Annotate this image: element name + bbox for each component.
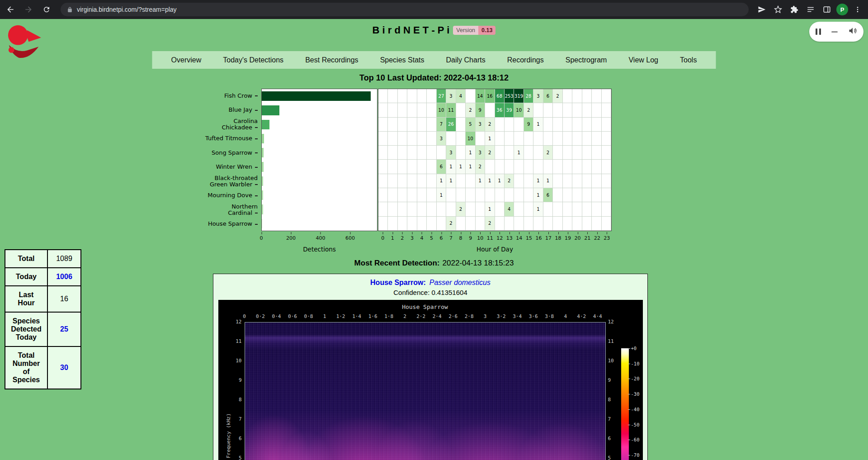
stats-value: 16 — [47, 286, 81, 312]
heatmap-cell — [602, 174, 611, 188]
heatmap-cell — [427, 160, 436, 174]
version-value: 0.13 — [478, 26, 495, 35]
spectrogram-xtick: 2·6 — [448, 313, 458, 319]
heatmap-cell — [407, 103, 417, 117]
heatmap-cell — [446, 132, 456, 146]
heatmap-cell — [582, 174, 592, 188]
nav-item-best-recordings[interactable]: Best Recordings — [302, 56, 361, 64]
heatmap-cell — [524, 160, 533, 174]
heatmap-cell: 11 — [446, 103, 456, 117]
extensions-button[interactable] — [788, 3, 801, 16]
nav-item-daily-charts[interactable]: Daily Charts — [443, 56, 488, 64]
forward-button[interactable] — [21, 2, 36, 17]
heatmap-cell — [417, 174, 427, 188]
heatmap-cell — [466, 202, 475, 216]
nav-item-tools[interactable]: Tools — [677, 56, 699, 64]
stats-value[interactable]: 1006 — [47, 268, 81, 286]
heatmap-cell: 9 — [524, 118, 533, 132]
heatmap-cell — [495, 146, 505, 160]
heatmap-cell — [505, 217, 514, 231]
heatmap-cell — [553, 146, 562, 160]
spectrogram-xtick: 2·2 — [416, 313, 425, 319]
species-label: Northern Cardinal — [228, 204, 258, 216]
heatmap-cell: 2 — [476, 160, 485, 174]
stats-label: Total Number of Species — [5, 346, 47, 389]
heatmap-cell — [582, 188, 592, 202]
nav-item-species-stats[interactable]: Species Stats — [377, 56, 427, 64]
stats-value[interactable]: 30 — [47, 346, 81, 389]
detection-count-bar — [262, 91, 371, 101]
recent-detection-label: Most Recent Detection: — [354, 259, 440, 267]
nav-menu: OverviewToday's DetectionsBest Recording… — [152, 51, 716, 69]
species-label-row: Song Sparrow — [136, 146, 258, 160]
heatmap-cell — [553, 103, 562, 117]
heatmap-cell — [378, 202, 388, 216]
stats-value[interactable]: 25 — [47, 312, 81, 346]
nav-item-today-s-detections[interactable]: Today's Detections — [220, 56, 286, 64]
nav-item-spectrogram[interactable]: Spectrogram — [563, 56, 610, 64]
spectrogram-ytick: 7 — [608, 416, 611, 422]
heatmap-cell — [456, 217, 466, 231]
bar-xtick: 600 — [345, 235, 355, 241]
spectrogram-xtick: 4·2 — [577, 313, 586, 319]
heatmap-cell: 1 — [456, 160, 466, 174]
reading-list-button[interactable] — [804, 3, 817, 16]
spectrogram-ytick: 6 — [226, 436, 242, 441]
url-bar[interactable]: virginia.birdnetpi.com/?stream=play — [61, 3, 749, 16]
hour-xtick: 22 — [594, 235, 600, 241]
heatmap-cell — [563, 118, 572, 132]
species-common-link[interactable]: House Sparrow: — [370, 279, 426, 286]
bar-xtick: 200 — [286, 235, 296, 241]
nav-item-recordings[interactable]: Recordings — [505, 56, 547, 64]
heatmap-cell — [543, 103, 553, 117]
heatmap-cell: 253 — [505, 89, 514, 103]
hour-xtick: 14 — [516, 235, 522, 241]
heatmap-cell — [417, 89, 427, 103]
volume-button[interactable] — [848, 26, 857, 37]
heatmap-cell — [514, 217, 524, 231]
heatmap-cell — [524, 174, 533, 188]
species-label-row: Mourning Dove — [136, 189, 258, 203]
send-button[interactable] — [755, 3, 769, 16]
hour-xtick: 5 — [430, 235, 433, 241]
seek-bar[interactable] — [831, 31, 838, 33]
side-panel-icon — [823, 5, 831, 14]
heatmap-cell — [602, 146, 611, 160]
heatmap-cell — [582, 202, 592, 216]
heatmap-cell — [485, 103, 495, 117]
heatmap-grid: 2734141668253319283621011293639102726532… — [378, 89, 612, 231]
spectrogram-xtick: 1 — [323, 313, 326, 319]
spectrogram-ytick: 12 — [226, 319, 242, 325]
heatmap-cell — [417, 103, 427, 117]
hour-xtick: 13 — [506, 235, 513, 241]
stats-label: Last Hour — [5, 286, 47, 312]
nav-item-overview[interactable]: Overview — [169, 56, 204, 64]
bar-row — [262, 217, 377, 231]
reload-button[interactable] — [39, 2, 54, 17]
heatmap-cell — [543, 217, 553, 231]
colorbar-label: -30 — [631, 391, 640, 397]
browser-menu-button[interactable] — [851, 3, 864, 16]
detection-count-bar — [262, 134, 264, 143]
heatmap-cell — [378, 160, 388, 174]
heatmap-cell — [563, 146, 572, 160]
spectrogram-xtick: 0·2 — [256, 313, 265, 319]
spectrogram-plot — [245, 322, 606, 460]
side-panel-button[interactable] — [820, 3, 834, 16]
spectrogram[interactable]: House Sparrow 00·20·40·60·811·21·41·61·8… — [218, 300, 643, 460]
spectrogram-ytick: 5 — [608, 455, 611, 460]
bookmark-button[interactable] — [771, 3, 785, 16]
spectrogram-ytick: 12 — [608, 319, 614, 325]
heatmap-cell — [602, 118, 611, 132]
heatmap-cell — [563, 160, 572, 174]
heatmap-cell — [476, 217, 485, 231]
spectrogram-xtick: 3 — [484, 313, 487, 319]
nav-item-view-log[interactable]: View Log — [626, 56, 661, 64]
heatmap-cell — [572, 202, 582, 216]
heatmap-cell: 36 — [495, 103, 505, 117]
pause-button[interactable] — [816, 28, 821, 35]
back-button[interactable] — [3, 2, 18, 17]
heatmap-cell — [553, 132, 562, 146]
species-latin-link[interactable]: Passer domesticus — [429, 279, 491, 286]
profile-avatar[interactable]: P — [836, 4, 848, 15]
